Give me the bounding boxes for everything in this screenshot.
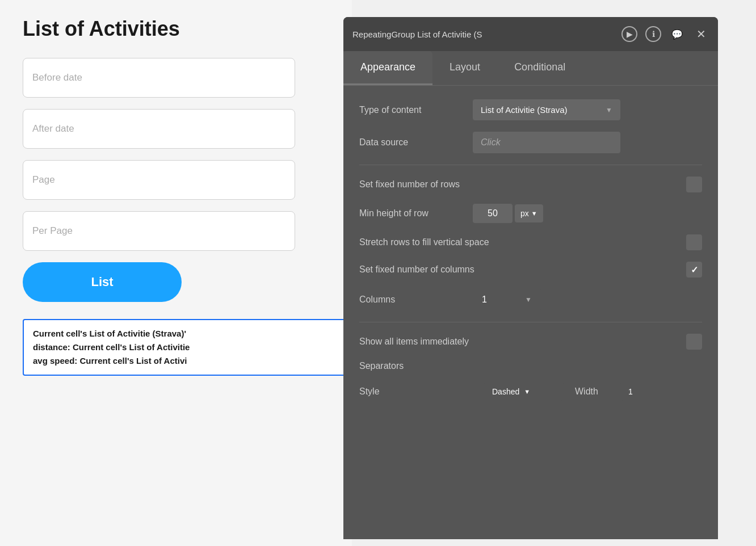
fixed-columns-label: Set fixed number of columns bbox=[359, 264, 474, 275]
settings-panel: RepeatingGroup List of Activitie (S ▶ ℹ … bbox=[343, 17, 718, 539]
style-row: Style Dashed ▼ Width bbox=[359, 383, 702, 401]
fixed-columns-toggle[interactable] bbox=[686, 262, 702, 278]
type-of-content-dropdown[interactable]: List of Activitie (Strava) ▼ bbox=[473, 99, 620, 120]
min-height-unit[interactable]: px ▼ bbox=[515, 204, 543, 222]
separators-label: Separators bbox=[359, 361, 404, 371]
fixed-rows-row: Set fixed number of rows bbox=[359, 177, 702, 192]
fixed-columns-row: Set fixed number of columns bbox=[359, 262, 702, 278]
panel-header: RepeatingGroup List of Activitie (S ▶ ℹ … bbox=[343, 17, 718, 51]
cell-line2: distance: Current cell's List of Activit… bbox=[33, 342, 190, 352]
stretch-rows-label: Stretch rows to fill vertical space bbox=[359, 237, 489, 247]
list-button[interactable]: List bbox=[23, 262, 182, 302]
type-of-content-label: Type of content bbox=[359, 105, 473, 115]
page-placeholder: Page bbox=[32, 174, 55, 186]
data-source-click[interactable]: Click bbox=[473, 132, 620, 153]
before-date-placeholder: Before date bbox=[32, 72, 82, 83]
stretch-rows-row: Stretch rows to fill vertical space bbox=[359, 234, 702, 250]
panel-content: Type of content List of Activitie (Strav… bbox=[343, 86, 718, 539]
width-input[interactable] bbox=[620, 383, 660, 401]
min-height-label: Min height of row bbox=[359, 208, 473, 219]
separators-row: Separators bbox=[359, 361, 702, 371]
type-of-content-row: Type of content List of Activitie (Strav… bbox=[359, 99, 702, 120]
close-icon[interactable]: ✕ bbox=[693, 26, 709, 42]
divider-2 bbox=[359, 322, 702, 322]
columns-arrow: ▼ bbox=[525, 296, 532, 304]
style-dropdown[interactable]: Dashed ▼ bbox=[484, 383, 564, 401]
tab-appearance[interactable]: Appearance bbox=[343, 51, 432, 85]
page-title: List of Activities bbox=[23, 17, 329, 41]
stretch-rows-toggle[interactable] bbox=[686, 234, 702, 250]
info-icon[interactable]: ℹ bbox=[645, 26, 661, 42]
tabs: Appearance Layout Conditional bbox=[343, 51, 718, 86]
panel-title: RepeatingGroup List of Activitie (S bbox=[352, 30, 621, 39]
columns-row: Columns 1 ▼ bbox=[359, 289, 702, 310]
before-date-input[interactable]: Before date bbox=[23, 58, 295, 98]
style-arrow: ▼ bbox=[524, 388, 530, 395]
panel-icons: ▶ ℹ 💬 ✕ bbox=[621, 26, 709, 42]
per-page-placeholder: Per Page bbox=[32, 225, 73, 237]
type-of-content-value: List of Activitie (Strava) bbox=[481, 105, 568, 115]
min-height-input[interactable] bbox=[473, 204, 513, 223]
tab-layout[interactable]: Layout bbox=[432, 51, 497, 85]
data-source-row: Data source Click bbox=[359, 132, 702, 153]
fixed-rows-toggle[interactable] bbox=[686, 177, 702, 192]
show-all-row: Show all items immediately bbox=[359, 334, 702, 350]
comment-icon[interactable]: 💬 bbox=[669, 26, 685, 42]
cell-line3: avg speed: Current cell's List of Activi bbox=[33, 356, 187, 366]
data-source-label: Data source bbox=[359, 137, 473, 148]
cell-line1: Current cell's List of Activitie (Strava… bbox=[33, 329, 186, 338]
fixed-rows-label: Set fixed number of rows bbox=[359, 179, 460, 190]
show-all-toggle[interactable] bbox=[686, 334, 702, 350]
tab-conditional[interactable]: Conditional bbox=[497, 51, 582, 85]
page-input[interactable]: Page bbox=[23, 160, 295, 200]
divider-1 bbox=[359, 165, 702, 165]
min-height-row: Min height of row px ▼ bbox=[359, 204, 702, 223]
type-of-content-arrow: ▼ bbox=[606, 106, 612, 114]
columns-dropdown[interactable]: 1 ▼ bbox=[473, 289, 541, 310]
main-content: List of Activities Before date After dat… bbox=[0, 0, 352, 546]
per-page-input[interactable]: Per Page bbox=[23, 211, 295, 251]
style-label: Style bbox=[359, 387, 473, 397]
show-all-label: Show all items immediately bbox=[359, 337, 469, 347]
unit-arrow: ▼ bbox=[531, 210, 537, 217]
after-date-input[interactable]: After date bbox=[23, 109, 295, 149]
after-date-placeholder: After date bbox=[32, 123, 74, 135]
cell-preview: Current cell's List of Activitie (Strava… bbox=[23, 319, 346, 376]
columns-label: Columns bbox=[359, 295, 473, 305]
play-icon[interactable]: ▶ bbox=[621, 26, 637, 42]
width-label: Width bbox=[575, 387, 609, 397]
